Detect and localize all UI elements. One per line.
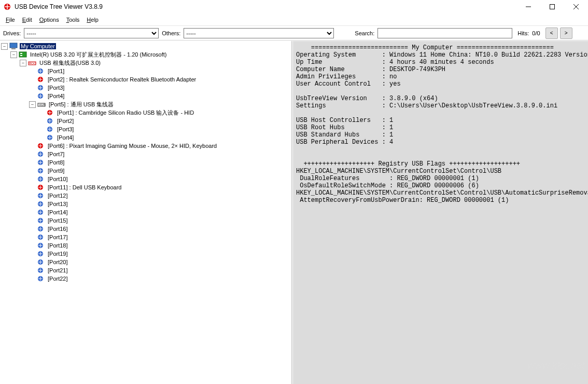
tree-node-port[interactable]: [Port8] <box>29 158 291 167</box>
tree-label: [Port4] <box>47 93 65 99</box>
search-prev-button[interactable]: < <box>545 28 558 39</box>
menu-options[interactable]: Options <box>36 16 63 23</box>
tree-node-port[interactable]: [Port9] <box>29 167 291 175</box>
menu-tools[interactable]: Tools <box>63 16 83 23</box>
svg-rect-5 <box>10 43 17 48</box>
tree-label: [Port6] : Pixart Imaging Gaming Mouse - … <box>47 143 218 149</box>
tree-indent-icon <box>29 152 35 157</box>
close-button[interactable] <box>564 0 588 13</box>
tree-node-port[interactable]: [Port20] <box>29 258 291 266</box>
tree-label: [Port8] <box>47 159 65 166</box>
usb-port-icon <box>36 75 45 84</box>
tree-node-port[interactable]: [Port1] : Cambridge Silicon Radio USB 输入… <box>38 108 291 117</box>
tree-indent-icon <box>29 201 35 207</box>
minimize-button[interactable] <box>516 0 540 13</box>
tree-label: [Port18] <box>47 242 69 249</box>
usb-port-icon <box>36 233 45 241</box>
tree-node-port[interactable]: [Port21] <box>29 266 291 275</box>
menubar: File Edit Options Tools Help <box>0 13 588 26</box>
host-controller-icon <box>19 50 27 59</box>
tree-node-my-computer[interactable]: − My Computer <box>1 42 291 50</box>
tree-node-port[interactable]: [Port7] <box>29 150 291 158</box>
usb-port-icon <box>36 275 45 283</box>
tree-node-port[interactable]: [Port14] <box>29 208 291 216</box>
menu-edit[interactable]: Edit <box>19 16 36 23</box>
tree-label: [Port15] <box>47 217 69 224</box>
tree-node-port[interactable]: [Port6] : Pixart Imaging Gaming Mouse - … <box>29 142 291 150</box>
usb-port-icon <box>36 142 45 150</box>
computer-icon <box>9 42 18 50</box>
collapse-icon[interactable]: − <box>29 101 36 108</box>
drives-combo[interactable]: ----- <box>24 28 159 38</box>
collapse-icon[interactable]: − <box>10 51 17 58</box>
svg-rect-6 <box>11 48 16 49</box>
usb-port-icon <box>36 158 45 167</box>
tree-node-port[interactable]: [Port4] <box>38 133 291 142</box>
tree-node-roothub[interactable]: − ROOT USB 根集线器(USB 3.0) <box>20 59 291 67</box>
tree-indent-icon <box>29 93 35 99</box>
tree-label: [Port12] <box>47 193 69 199</box>
tree-indent-icon <box>29 77 35 83</box>
app-icon <box>3 3 11 11</box>
tree-label: [Port3] <box>47 85 65 91</box>
tree-label: [Port9] <box>47 168 65 174</box>
hub-icon: HUB <box>37 100 46 108</box>
tree-node-port[interactable]: [Port17] <box>29 233 291 241</box>
tree-indent-icon <box>29 259 35 265</box>
usb-port-icon <box>36 67 45 75</box>
svg-rect-7 <box>19 52 26 57</box>
menu-help[interactable]: Help <box>83 16 102 23</box>
tree-node-port[interactable]: [Port3] <box>29 84 291 92</box>
tree-node-port[interactable]: −HUB[Port5] : 通用 USB 集线器 <box>29 100 291 108</box>
main-split: − My Computer − Intel(R) USB 3.20 可扩展主机控… <box>0 40 588 384</box>
window-title: USB Device Tree Viewer V3.8.9 <box>15 3 516 10</box>
tree-label: [Port10] <box>47 176 69 182</box>
tree-node-port[interactable]: [Port2] : Realtek Semiconductor Realtek … <box>29 75 291 84</box>
search-next-button[interactable]: > <box>560 28 572 39</box>
usb-port-icon <box>36 200 45 208</box>
tree-label: [Port20] <box>47 259 69 265</box>
tree-label: [Port14] <box>47 209 69 215</box>
hits-value: 0/0 <box>532 30 540 36</box>
usb-port-icon <box>46 125 54 133</box>
tree-label: My Computer <box>20 43 56 49</box>
device-tree[interactable]: − My Computer − Intel(R) USB 3.20 可扩展主机控… <box>0 41 292 384</box>
tree-node-port[interactable]: [Port13] <box>29 200 291 208</box>
tree-node-controller[interactable]: − Intel(R) USB 3.20 可扩展主机控制器 - 1.20 (Mic… <box>10 50 291 59</box>
collapse-icon[interactable]: − <box>1 43 8 50</box>
usb-port-icon <box>36 84 45 92</box>
tree-node-port[interactable]: [Port15] <box>29 216 291 225</box>
tree-node-port[interactable]: [Port3] <box>38 125 291 133</box>
svg-rect-8 <box>20 53 22 54</box>
tree-node-port[interactable]: [Port18] <box>29 241 291 250</box>
tree-node-port[interactable]: [Port10] <box>29 175 291 183</box>
svg-text:ROOT: ROOT <box>29 62 36 65</box>
collapse-icon[interactable]: − <box>20 60 26 66</box>
usb-port-icon <box>46 117 54 125</box>
tree-label: [Port5] : 通用 USB 集线器 <box>48 101 115 108</box>
maximize-button[interactable] <box>540 0 564 13</box>
tree-node-port[interactable]: [Port2] <box>38 117 291 125</box>
tree-node-port[interactable]: [Port22] <box>29 275 291 283</box>
tree-label: Intel(R) USB 3.20 可扩展主机控制器 - 1.20 (Micro… <box>29 51 167 59</box>
tree-node-port[interactable]: [Port11] : Dell USB Keyboard <box>29 183 291 191</box>
menu-file[interactable]: File <box>2 16 19 23</box>
tree-node-port[interactable]: [Port1] <box>29 67 291 75</box>
tree-node-port[interactable]: [Port19] <box>29 250 291 258</box>
tree-node-port[interactable]: [Port4] <box>29 92 291 100</box>
others-combo[interactable]: ----- <box>184 28 334 38</box>
tree-label: [Port2] <box>56 118 75 124</box>
svg-rect-2 <box>550 5 555 9</box>
usb-port-icon <box>36 191 45 200</box>
search-label: Search: <box>354 30 375 36</box>
details-pane[interactable]: ========================== My Computer =… <box>292 41 588 384</box>
tree-label: [Port19] <box>47 251 69 257</box>
tree-indent-icon <box>29 235 35 240</box>
tree-label: [Port2] : Realtek Semiconductor Realtek … <box>47 76 197 83</box>
search-input[interactable] <box>377 28 512 38</box>
others-label: Others: <box>161 30 181 36</box>
window-controls <box>516 0 588 13</box>
tree-node-port[interactable]: [Port12] <box>29 191 291 200</box>
tree-node-port[interactable]: [Port16] <box>29 225 291 233</box>
usb-port-icon <box>36 208 45 216</box>
